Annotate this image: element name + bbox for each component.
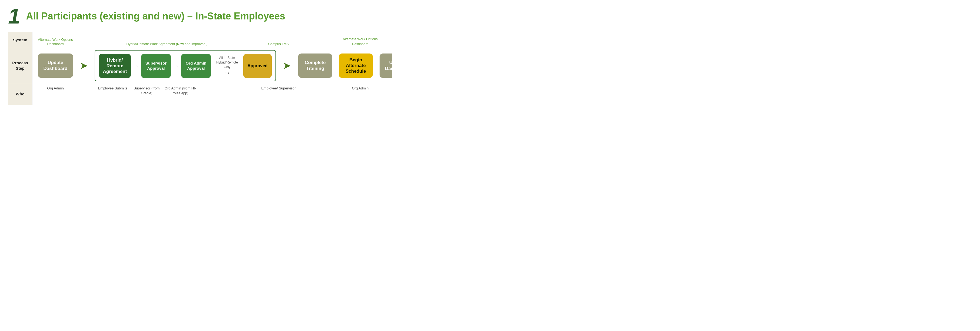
inner-arrow-1-icon: → bbox=[133, 62, 139, 70]
org-admin-approval-box: Org Admin Approval bbox=[181, 54, 211, 78]
sys-campus-area: Campus LMS bbox=[258, 41, 299, 46]
process-row-label: ProcessStep bbox=[12, 60, 28, 71]
process-row: ProcessStep Update Dashboard ➤ bbox=[8, 48, 384, 83]
page-container: 1 All Participants (existing and new) – … bbox=[0, 0, 392, 113]
org-admin-approval-label: Org Admin Approval bbox=[183, 61, 209, 71]
arrow-2-icon: ➤ bbox=[283, 60, 291, 71]
who-employee-supervisor-col: Employee/ Supervisor bbox=[258, 86, 299, 91]
who-label-cell: Who bbox=[8, 83, 32, 105]
system-label-agreement: Hybrid/Remote Work Agreement (New and Im… bbox=[127, 42, 208, 46]
sys-update-dash-1-area: Alternate Work Options Dashboard bbox=[35, 38, 76, 46]
supervisor-approval-box: Supervisor Approval bbox=[141, 54, 171, 78]
dotted-arrow-icon: ⇢ bbox=[225, 70, 229, 76]
process-flow: Update Dashboard ➤ Hybrid/ bbox=[35, 50, 392, 81]
system-row: System Alternate Work Options Dashboard … bbox=[8, 32, 384, 48]
process-label-cell: ProcessStep bbox=[8, 48, 32, 83]
arrow-1-col: ➤ bbox=[76, 60, 92, 71]
system-label-cell: System bbox=[8, 32, 32, 48]
inline-note-col: All In-State Hybrid/Remote Only ⇢ bbox=[213, 55, 240, 76]
who-org-admin-1-col: Org Admin bbox=[35, 86, 76, 91]
who-employee-supervisor: Employee/ Supervisor bbox=[258, 86, 299, 91]
hybrid-remote-box: Hybrid/ Remote Agreement bbox=[99, 54, 131, 78]
system-row-content: Alternate Work Options Dashboard Hybrid/… bbox=[32, 32, 384, 48]
agreement-outer-box: Hybrid/ Remote Agreement → Supervisor Ap… bbox=[95, 50, 276, 81]
update-dashboard-2-col: Update Dashboard bbox=[376, 54, 392, 78]
supervisor-approval-label: Supervisor Approval bbox=[143, 61, 169, 71]
system-label-campus: Campus LMS bbox=[268, 42, 289, 46]
inner-arrow-2-icon: → bbox=[173, 62, 179, 70]
complete-training-col: Complete Training bbox=[295, 54, 336, 78]
step-number: 1 bbox=[8, 5, 20, 27]
system-label-update-dash-1: Alternate Work Options Dashboard bbox=[35, 38, 76, 46]
process-row-content: Update Dashboard ➤ Hybrid/ bbox=[32, 48, 392, 83]
sys-agreement-area: Hybrid/Remote Work Agreement (New and Im… bbox=[92, 42, 242, 46]
who-agreement-area: Employee Submits Supervisor (from Oracle… bbox=[92, 86, 242, 96]
update-dashboard-2-label: Update Dashboard bbox=[382, 60, 392, 71]
arrow-2-col: ➤ bbox=[279, 60, 295, 71]
rows-container: System Alternate Work Options Dashboard … bbox=[8, 32, 384, 105]
begin-alternate-box: Begin Alternate Schedule bbox=[339, 54, 373, 78]
update-dashboard-2-box: Update Dashboard bbox=[380, 54, 392, 78]
begin-alternate-label: Begin Alternate Schedule bbox=[341, 57, 371, 74]
hybrid-remote-label: Hybrid/ Remote Agreement bbox=[101, 57, 129, 74]
complete-training-label: Complete Training bbox=[300, 60, 330, 71]
who-row-content: Org Admin Employee Submits Supervisor (f… bbox=[32, 83, 384, 105]
agreement-box-col: Hybrid/ Remote Agreement → Supervisor Ap… bbox=[92, 50, 279, 81]
approved-box: Approved bbox=[243, 54, 272, 78]
process-update-dashboard-1-col: Update Dashboard bbox=[35, 54, 76, 78]
approved-label: Approved bbox=[247, 63, 268, 69]
arrow-1-icon: ➤ bbox=[80, 60, 88, 71]
page-title: All Participants (existing and new) – In… bbox=[26, 11, 285, 22]
begin-alternate-col: Begin Alternate Schedule bbox=[336, 54, 376, 78]
who-supervisor: Supervisor (from Oracle) bbox=[129, 86, 163, 96]
who-org-admin-2: Org Admin bbox=[339, 86, 381, 91]
who-org-admin-1: Org Admin bbox=[35, 86, 76, 91]
header-row: 1 All Participants (existing and new) – … bbox=[8, 5, 384, 27]
update-dashboard-1-box: Update Dashboard bbox=[38, 54, 73, 78]
system-row-label: System bbox=[13, 37, 27, 43]
who-employee-submits: Employee Submits bbox=[96, 86, 129, 91]
sys-update-dash-2-area: Alternate Work Options Dashboard bbox=[339, 36, 381, 46]
inline-note-text: All In-State Hybrid/Remote Only bbox=[216, 55, 238, 69]
update-dashboard-1-label: Update Dashboard bbox=[40, 60, 71, 71]
complete-training-box: Complete Training bbox=[298, 54, 332, 78]
who-org-admin-2-col: Org Admin bbox=[339, 86, 381, 91]
who-row-label: Who bbox=[16, 91, 24, 97]
who-row: Who Org Admin Employee Submits Superviso… bbox=[8, 83, 384, 105]
system-label-update-dash-2: Alternate Work Options Dashboard bbox=[343, 37, 378, 46]
agreement-inner-flow: Hybrid/ Remote Agreement → Supervisor Ap… bbox=[99, 54, 272, 78]
who-org-admin-hr: Org Admin (from HR roles app) bbox=[164, 86, 197, 96]
